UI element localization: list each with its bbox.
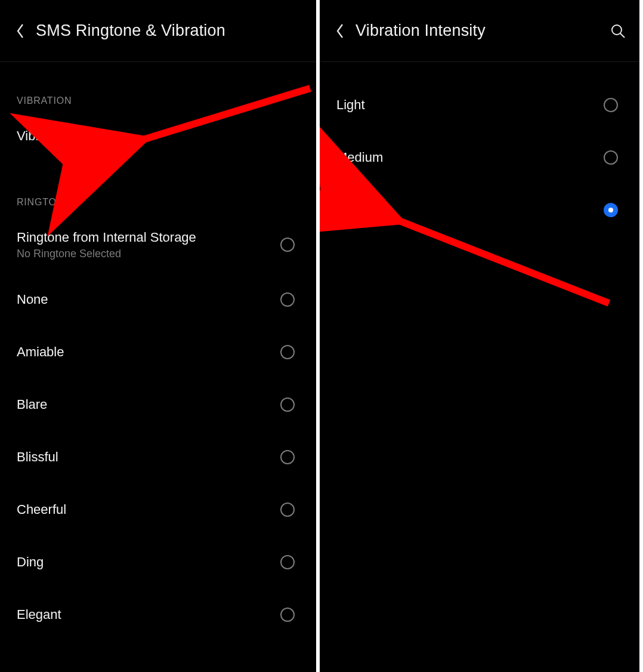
- header: SMS Ringtone & Vibration: [0, 0, 316, 62]
- row-label: Ding: [17, 554, 271, 570]
- header: Vibration Intensity: [320, 0, 639, 62]
- radio-button[interactable]: [604, 98, 618, 112]
- section-label-vibration: VIBRATION: [17, 62, 299, 115]
- row-ringtone-amiable[interactable]: Amiable: [17, 326, 299, 378]
- row-label: Blare: [17, 397, 271, 412]
- radio-button[interactable]: [280, 555, 295, 569]
- row-option-light[interactable]: Light: [336, 79, 623, 131]
- row-label: Medium: [336, 150, 594, 165]
- svg-point-2: [612, 25, 622, 35]
- chevron-left-icon: [335, 23, 345, 39]
- radio-button[interactable]: [604, 203, 618, 217]
- row-label: Elegant: [17, 607, 271, 622]
- row-ringtone-blissful[interactable]: Blissful: [17, 431, 299, 483]
- row-option-medium[interactable]: Medium: [336, 131, 623, 184]
- section-label-ringtone: RINGTONE: [17, 158, 299, 216]
- radio-button[interactable]: [280, 238, 295, 252]
- page-title: Vibration Intensity: [355, 21, 486, 40]
- row-ringtone-ding[interactable]: Ding: [17, 536, 299, 588]
- chevron-left-icon: [16, 23, 25, 39]
- row-ringtone-blare[interactable]: Blare: [17, 378, 299, 431]
- screen-vibration-intensity: Vibration Intensity Light Medium Strong: [320, 0, 639, 672]
- search-icon: [610, 23, 626, 39]
- row-label: None: [17, 292, 271, 307]
- radio-button[interactable]: [280, 397, 295, 412]
- row-ringtone-internal[interactable]: Ringtone from Internal Storage No Ringto…: [17, 216, 299, 273]
- row-label: Ringtone from Internal Storage: [17, 230, 271, 245]
- back-button[interactable]: [332, 23, 348, 39]
- row-option-strong[interactable]: Strong: [336, 184, 623, 236]
- row-label: Light: [336, 97, 594, 113]
- svg-line-3: [620, 33, 625, 38]
- radio-button[interactable]: [280, 292, 295, 307]
- search-button[interactable]: [608, 21, 627, 41]
- radio-button[interactable]: [604, 150, 618, 165]
- screen-sms-ringtone-vibration: SMS Ringtone & Vibration VIBRATION Vibra…: [0, 0, 320, 672]
- row-ringtone-cheerful[interactable]: Cheerful: [17, 483, 299, 536]
- row-label: Amiable: [17, 344, 271, 360]
- back-button[interactable]: [12, 23, 29, 39]
- row-label: Cheerful: [17, 502, 271, 517]
- page-title: SMS Ringtone & Vibration: [36, 21, 225, 40]
- radio-button[interactable]: [280, 450, 295, 464]
- row-ringtone-none[interactable]: None: [17, 273, 299, 326]
- radio-button[interactable]: [280, 503, 295, 517]
- radio-button[interactable]: [280, 608, 295, 622]
- row-label: Blissful: [17, 449, 271, 465]
- row-label: Strong: [336, 202, 594, 218]
- row-sublabel: No Ringtone Selected: [17, 248, 271, 260]
- radio-button[interactable]: [280, 345, 295, 359]
- row-label: Vibration Intensity: [17, 128, 299, 144]
- row-vibration-intensity[interactable]: Vibration Intensity: [17, 115, 299, 158]
- row-ringtone-elegant[interactable]: Elegant: [17, 588, 299, 641]
